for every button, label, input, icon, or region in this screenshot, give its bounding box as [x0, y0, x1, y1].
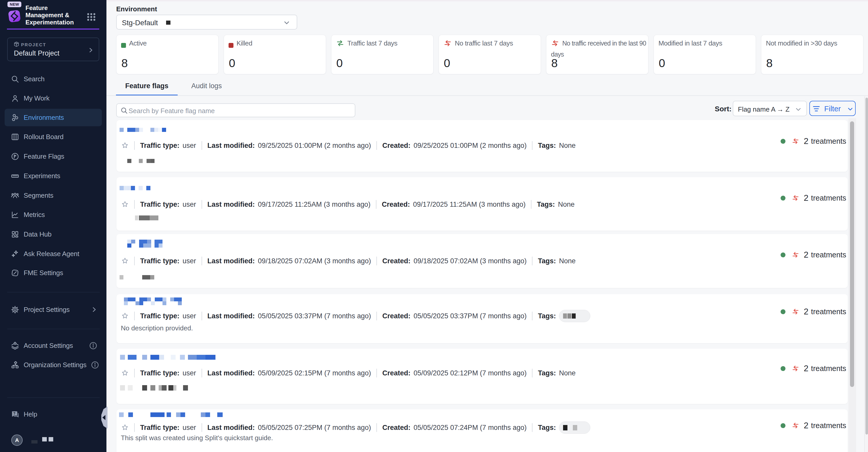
svg-text:?: ? [13, 411, 15, 415]
